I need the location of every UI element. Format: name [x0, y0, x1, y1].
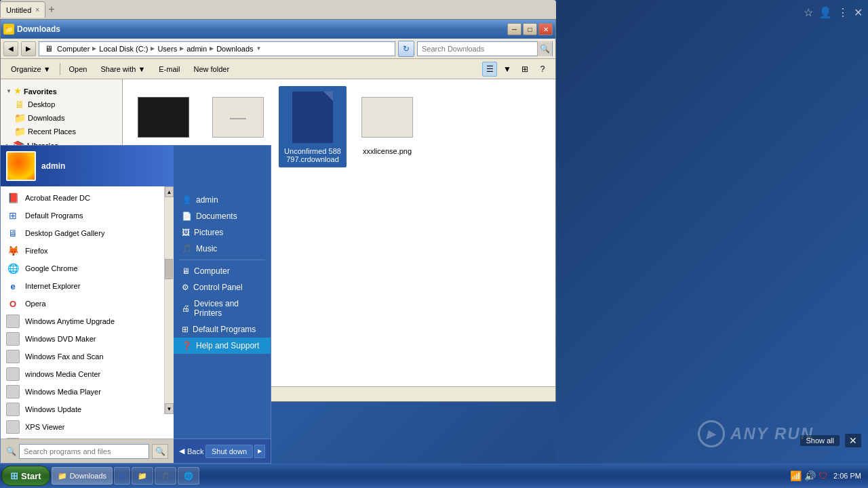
program-xps[interactable]: XPS Viewer [1, 418, 174, 436]
program-win-update[interactable]: Windows Update [1, 401, 174, 418]
rp-settings-icon[interactable]: ⋮ [837, 6, 848, 19]
breadcrumb-admin[interactable]: admin [186, 45, 207, 53]
new-folder-button[interactable]: New folder [189, 63, 235, 75]
search-submit-button[interactable]: 🔍 [537, 41, 552, 56]
forward-button[interactable]: ▶ [21, 41, 36, 56]
refresh-button[interactable]: ↻ [398, 41, 414, 57]
file-item-xxxlicense[interactable]: xxxlicense.png [353, 86, 421, 167]
help-button[interactable]: ? [535, 62, 550, 77]
sm-control-panel[interactable]: ⚙ Control Panel [174, 279, 271, 296]
hide-tray-button[interactable]: ✕ [845, 434, 861, 447]
view-large-icons-button[interactable]: ⊞ [517, 62, 532, 77]
sm-documents[interactable]: 📄 Documents [174, 208, 271, 224]
breadcrumb-dropdown-arrow[interactable]: ▼ [256, 45, 262, 52]
taskbar-explorer-button[interactable]: 📁 Downloads [52, 467, 113, 485]
browser-tab-bar: Untitled × + [0, 0, 556, 19]
view-dropdown-button[interactable]: ▼ [500, 62, 515, 77]
shutdown-arrow-button[interactable]: ▶ [254, 445, 265, 458]
scroll-down-button[interactable]: ▼ [165, 403, 174, 414]
scroll-up-button[interactable]: ▲ [165, 186, 174, 197]
sm-devices-printers[interactable]: 🖨 Devices and Printers [174, 296, 271, 321]
sm-music[interactable]: 🎵 Music [174, 241, 271, 257]
program-gadget-gallery[interactable]: 🖥 Desktop Gadget Gallery [1, 224, 174, 242]
taskbar-files-button[interactable]: 📁 [132, 467, 153, 485]
open-button[interactable]: Open [64, 63, 92, 75]
sm-default-programs[interactable]: ⊞ Default Programs [174, 321, 271, 338]
program-acrobat[interactable]: 📕 Acrobat Reader DC [1, 189, 174, 207]
new-tab-button[interactable]: + [48, 3, 54, 16]
organize-button[interactable]: Organize ▼ [6, 63, 56, 75]
breadcrumb-computer[interactable]: Computer [57, 45, 90, 53]
email-button[interactable]: E-mail [154, 63, 184, 75]
back-button-start[interactable]: ◀ Back [179, 447, 203, 455]
fax-scan-icon [6, 350, 20, 363]
rp-user-icon[interactable]: 👤 [818, 6, 832, 19]
tray-shield-icon[interactable]: 🛡 [818, 470, 828, 481]
breadcrumb-arrow-1[interactable]: ▶ [92, 45, 96, 52]
chrome-icon: 🌐 [6, 262, 20, 275]
sm-help-label: Help and Support [196, 341, 259, 350]
share-with-button[interactable]: Share with ▼ [96, 63, 150, 75]
search-programs-input[interactable] [19, 444, 149, 459]
search-input[interactable] [418, 42, 537, 56]
start-button[interactable]: ⊞ Start [1, 466, 50, 486]
file-item-crdownload[interactable]: Unconfirmed 588797.crdownload [279, 86, 347, 167]
favorites-header[interactable]: ▼ ★ Favorites [1, 85, 122, 98]
program-firefox[interactable]: 🦊 Firefox [1, 242, 174, 260]
back-button[interactable]: ◀ [3, 41, 18, 56]
tab-close-button[interactable]: × [35, 6, 39, 14]
browser-tab[interactable]: Untitled × [0, 1, 45, 18]
program-dvd-maker[interactable]: Windows DVD Maker [1, 330, 174, 348]
nav-desktop[interactable]: 🖥 Desktop [1, 98, 122, 111]
breadcrumb-disk[interactable]: Local Disk (C:) [99, 45, 148, 53]
sm-pictures-label: Pictures [194, 228, 223, 237]
right-panel-header: ☆ 👤 ⋮ ✕ [556, 0, 868, 24]
show-all-button[interactable]: Show all [800, 435, 840, 446]
view-details-button[interactable]: ☰ [482, 62, 497, 77]
sm-devices-icon: 🖨 [182, 304, 190, 313]
program-default-programs[interactable]: ⊞ Default Programs [1, 207, 174, 224]
program-anytime-upgrade[interactable]: Windows Anytime Upgrade [1, 312, 174, 330]
breadcrumb-bar[interactable]: 🖥 Computer ▶ Local Disk (C:) ▶ Users ▶ a… [39, 41, 395, 56]
program-fax-scan[interactable]: Windows Fax and Scan [1, 348, 174, 365]
breadcrumb-downloads[interactable]: Downloads [216, 45, 253, 53]
show-all-area: Show all ✕ [800, 434, 861, 447]
minimize-button[interactable]: ─ [507, 23, 521, 35]
scroll-thumb[interactable] [165, 259, 173, 279]
tray-audio-icon[interactable]: 🔊 [804, 470, 816, 481]
search-programs-button[interactable]: 🔍 [152, 444, 168, 459]
sm-admin[interactable]: 👤 admin [174, 192, 271, 208]
sm-help-support[interactable]: ❓ Help and Support [174, 338, 271, 354]
sm-computer[interactable]: 🖥 Computer [174, 263, 271, 279]
breadcrumb-users[interactable]: Users [157, 45, 177, 53]
tray-network-icon[interactable]: 📶 [790, 470, 802, 481]
program-media-center[interactable]: windows Media Center [1, 365, 174, 383]
taskbar-ie-button[interactable]: e [114, 467, 130, 485]
sm-pictures[interactable]: 🖼 Pictures [174, 224, 271, 241]
system-clock[interactable]: 2:06 PM [833, 472, 861, 480]
close-button[interactable]: ✕ [538, 23, 553, 35]
program-opera[interactable]: O Opera [1, 295, 174, 312]
program-accessories[interactable]: Accessories [1, 436, 174, 439]
program-ie[interactable]: e Internet Explorer [1, 277, 174, 295]
program-chrome[interactable]: 🌐 Google Chrome [1, 260, 174, 277]
taskbar-browser-button[interactable]: 🌐 [178, 467, 199, 485]
program-acrobat-label: Acrobat Reader DC [25, 194, 90, 202]
breadcrumb-arrow-2[interactable]: ▶ [151, 45, 155, 52]
shutdown-button[interactable]: Shut down [205, 445, 253, 458]
nav-recent-places[interactable]: 📁 Recent Places [1, 125, 122, 138]
breadcrumb-arrow-4[interactable]: ▶ [210, 45, 214, 52]
taskbar-media-button[interactable]: 🎵 [155, 467, 176, 485]
start-right-items: 👤 admin 📄 Documents 🖼 Pictures 🎵 Music 🖥… [174, 186, 271, 439]
nav-downloads[interactable]: 📁 Downloads [1, 111, 122, 125]
media-center-icon [6, 367, 20, 381]
breadcrumb-arrow-3[interactable]: ▶ [180, 45, 184, 52]
program-media-player[interactable]: Windows Media Player [1, 383, 174, 401]
rp-close-icon[interactable]: ✕ [854, 6, 863, 19]
search-bar[interactable]: 🔍 [417, 41, 553, 56]
maximize-button[interactable]: □ [523, 23, 537, 35]
start-menu: admin 📕 Acrobat Reader DC ⊞ Default Prog… [0, 145, 271, 464]
rp-bookmark-icon[interactable]: ☆ [804, 6, 813, 19]
file-name-crdownload: Unconfirmed 588797.crdownload [283, 147, 342, 163]
start-menu-right: 👤 admin 📄 Documents 🖼 Pictures 🎵 Music 🖥… [174, 146, 271, 463]
